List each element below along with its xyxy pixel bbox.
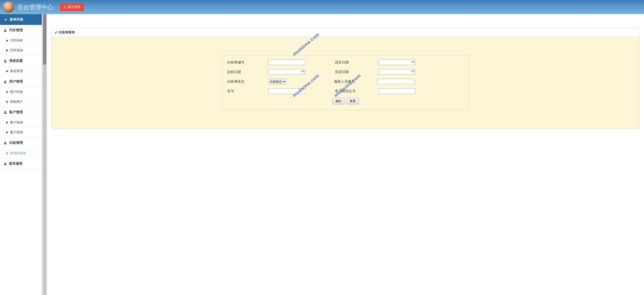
sidebar-group-car[interactable]: 汽车管理 (0, 25, 42, 36)
splitter-scrollbar[interactable] (42, 14, 47, 295)
select-status[interactable]: 出租状态 (268, 79, 286, 84)
svg-rect-2 (412, 62, 412, 62)
label-due-date: 应还日期 (335, 70, 358, 74)
sidebar-group-label: 租车服务 (9, 162, 23, 166)
watermark: mudaima.com (292, 73, 320, 98)
svg-rect-1 (411, 61, 414, 62)
power-icon (64, 6, 67, 9)
calendar-icon[interactable] (301, 70, 305, 74)
user-icon (4, 141, 7, 144)
svg-rect-7 (302, 72, 302, 72)
top-header: 后台管理中心 退出登录 (0, 0, 644, 14)
svg-rect-3 (413, 62, 413, 62)
sidebar-item-role[interactable]: 角色管理 (0, 66, 42, 76)
panel-title: 出租单查询 (52, 28, 639, 37)
user-icon (4, 80, 7, 83)
caret-right-icon (6, 101, 8, 103)
sidebar-group-rental[interactable]: 出租管理 (0, 138, 42, 148)
sidebar-item-label: 客户添加 (10, 130, 23, 134)
sidebar-item-label: 客户查询 (10, 120, 23, 125)
input-rental-no[interactable] (268, 60, 305, 65)
sidebar-item-label: 查询出租单 (10, 151, 26, 155)
list-icon (4, 18, 7, 22)
logout-button[interactable]: 退出登录 (60, 3, 84, 11)
label-staff-no: 服务人员编号 (334, 80, 357, 84)
sidebar-header-label: 菜单列表 (10, 17, 23, 22)
sidebar-group-system[interactable]: 系统设置 (0, 56, 42, 66)
sidebar-item-label: 角色管理 (10, 69, 23, 73)
scrollbar-thumb[interactable] (43, 14, 46, 64)
reset-button[interactable]: 重置 (347, 98, 358, 104)
sidebar-group-user[interactable]: 用户管理 (0, 76, 42, 87)
sidebar-group-service[interactable]: 租车服务 (0, 158, 42, 169)
user-icon (4, 29, 7, 32)
sidebar-item-label: 添加用户 (10, 100, 23, 104)
avatar (3, 1, 14, 13)
content-area: 出租单查询 mudaima.com mudaima.com mudaima.co… (47, 14, 644, 295)
caret-right-icon (6, 131, 8, 134)
calendar-icon[interactable] (411, 70, 415, 74)
input-due-date[interactable] (378, 69, 416, 75)
input-customer-id[interactable] (378, 88, 416, 94)
sidebar-group-label: 出租管理 (9, 141, 23, 145)
panel-body: mudaima.com mudaima.com mudaima.com 出租单编… (52, 37, 639, 128)
caret-right-icon (6, 91, 8, 93)
sidebar-item-rental-query[interactable]: 查询出租单 (0, 148, 42, 158)
sidebar: 菜单列表 汽车管理 汽车列表 汽车添加 系统设置 (0, 14, 42, 295)
submit-button[interactable]: 确定 (332, 98, 344, 104)
query-form: mudaima.com mudaima.com mudaima.com 出租单编… (222, 55, 469, 110)
input-return-date[interactable] (378, 60, 416, 65)
caret-right-icon (6, 49, 8, 52)
svg-rect-13 (413, 72, 413, 72)
caret-right-icon (6, 122, 8, 124)
logout-label: 退出登录 (68, 5, 80, 9)
input-staff-no[interactable] (378, 79, 414, 84)
panel-title-text: 出租单查询 (59, 30, 75, 34)
watermark: mudaima.com (333, 73, 362, 98)
sidebar-item-label: 汽车添加 (10, 48, 23, 52)
sidebar-item-customer-query[interactable]: 客户查询 (0, 118, 42, 128)
label-customer-id: 客户身份证号 (335, 89, 358, 94)
label-car-no: 车号 (227, 89, 248, 94)
calendar-icon[interactable] (411, 60, 415, 64)
svg-rect-6 (301, 71, 304, 72)
user-icon (4, 59, 7, 62)
label-status: 出租单状态 (227, 80, 248, 84)
label-return-date: 还车日期 (335, 60, 358, 64)
edit-icon (54, 31, 58, 34)
svg-rect-12 (412, 72, 412, 72)
svg-rect-4 (413, 62, 414, 62)
label-start-date: 起租日期 (227, 70, 248, 74)
sidebar-group-label: 客户管理 (9, 110, 23, 114)
sidebar-group-label: 汽车管理 (9, 28, 23, 32)
caret-right-icon (6, 152, 8, 154)
sidebar-item-car-list[interactable]: 汽车列表 (0, 36, 42, 46)
svg-rect-8 (302, 72, 303, 72)
input-car-no[interactable] (268, 88, 305, 94)
sidebar-item-car-add[interactable]: 汽车添加 (0, 46, 42, 56)
svg-rect-14 (413, 72, 414, 72)
caret-right-icon (6, 70, 8, 72)
sidebar-header: 菜单列表 (0, 14, 42, 25)
sidebar-group-customer[interactable]: 客户管理 (0, 107, 42, 118)
query-panel: 出租单查询 mudaima.com mudaima.com mudaima.co… (52, 28, 640, 128)
svg-rect-11 (411, 71, 414, 72)
caret-right-icon (6, 40, 8, 42)
sidebar-item-label: 汽车列表 (10, 38, 23, 43)
input-start-date[interactable] (268, 69, 305, 75)
user-icon (4, 162, 7, 165)
sidebar-item-user-add[interactable]: 添加用户 (0, 97, 42, 107)
sidebar-item-label: 用户列表 (10, 90, 23, 94)
sidebar-group-label: 系统设置 (9, 59, 23, 63)
sidebar-item-customer-add[interactable]: 客户添加 (0, 128, 42, 138)
app-title: 后台管理中心 (17, 3, 53, 11)
user-icon (4, 111, 7, 114)
svg-rect-9 (303, 72, 304, 72)
label-rental-no: 出租单编号 (227, 60, 248, 64)
sidebar-item-user-list[interactable]: 用户列表 (0, 87, 42, 97)
sidebar-group-label: 用户管理 (9, 80, 23, 84)
